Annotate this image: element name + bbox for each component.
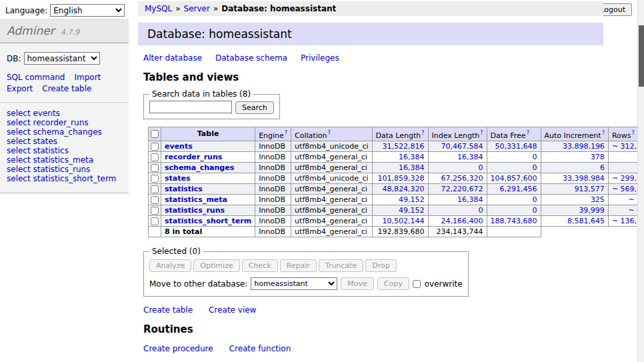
breadcrumb-link-mysql[interactable]: MySQL	[145, 4, 172, 13]
data-length-link[interactable]: 48,824,320	[383, 185, 425, 193]
data-free-link[interactable]: 6,291,456	[500, 185, 537, 193]
copy-button[interactable]: Copy	[377, 277, 409, 290]
sidebar-action-export[interactable]: Export	[7, 84, 33, 93]
help-icon[interactable]: ?	[480, 130, 483, 136]
sidebar-item-select-statistics-meta[interactable]: select statistics_meta	[7, 155, 122, 165]
table-link-statistics[interactable]: statistics	[165, 185, 203, 193]
sidebar-action-create-table[interactable]: Create table	[42, 84, 91, 93]
data-free-link[interactable]: 188,743,680	[491, 217, 537, 225]
check-button[interactable]: Check	[242, 259, 278, 272]
analyze-button[interactable]: Analyze	[149, 259, 191, 272]
auto-increment-link[interactable]: 8,581,645	[567, 217, 605, 225]
auto-increment-link[interactable]: 39,999	[579, 206, 605, 215]
table-link-events[interactable]: events	[165, 142, 193, 151]
help-icon[interactable]: ?	[327, 130, 330, 136]
link-privileges[interactable]: Privileges	[301, 53, 339, 63]
sidebar-item-select-events[interactable]: select events	[7, 109, 122, 118]
index-length-link[interactable]: 24,166,400	[441, 217, 483, 225]
auto-increment-link[interactable]: 378	[591, 153, 605, 161]
optimize-button[interactable]: Optimize	[193, 259, 239, 272]
sidebar-action-sql-command[interactable]: SQL command	[7, 73, 65, 82]
select-all-checkbox[interactable]	[151, 130, 159, 138]
data-free-link[interactable]: 104,857,600	[491, 174, 537, 183]
row-checkbox[interactable]	[151, 164, 159, 172]
index-length-link[interactable]: 0	[479, 206, 483, 215]
link-alter-database[interactable]: Alter database	[143, 53, 202, 63]
table-link-statistics-short-term[interactable]: statistics_short_term	[165, 217, 251, 225]
sidebar-item-select-statistics-runs[interactable]: select statistics_runs	[7, 165, 122, 174]
sidebar-item-select-statistics-short-term[interactable]: select statistics_short_term	[7, 174, 122, 183]
scrollbar-thumb[interactable]	[639, 25, 644, 87]
data-free-link[interactable]: 0	[533, 195, 537, 204]
breadcrumb-link-server[interactable]: Server	[184, 4, 210, 13]
table-footer-links: Create tableCreate view	[143, 305, 603, 315]
data-length-link[interactable]: 49,152	[399, 206, 425, 215]
data-length-link[interactable]: 49,152	[399, 195, 425, 204]
row-checkbox[interactable]	[151, 175, 159, 183]
search-button[interactable]: Search	[235, 101, 274, 114]
data-free-link[interactable]: 0	[533, 163, 537, 172]
move-db-select[interactable]: homeassistant	[251, 277, 337, 290]
help-icon[interactable]: ?	[421, 130, 424, 136]
table-link-statistics-runs[interactable]: statistics_runs	[165, 206, 225, 215]
sidebar-item-select-recorder-runs[interactable]: select recorder_runs	[7, 118, 122, 127]
index-length-link[interactable]: 70,467,584	[441, 142, 483, 151]
data-free-link[interactable]: 50,331,648	[495, 142, 537, 151]
index-length-link[interactable]: 67,256,320	[441, 174, 483, 183]
row-checkbox[interactable]	[151, 143, 159, 151]
language-select[interactable]: English	[50, 4, 125, 17]
db-select[interactable]: homeassistant	[24, 52, 100, 65]
sidebar-item-select-states[interactable]: select states	[7, 137, 122, 146]
row-checkbox[interactable]	[151, 217, 159, 225]
data-length-link[interactable]: 16,384	[399, 153, 425, 161]
index-length-link[interactable]: 0	[479, 163, 483, 172]
sidebar-item-select-schema-changes[interactable]: select schema_changes	[7, 127, 122, 137]
auto-increment-link[interactable]: 6	[600, 163, 605, 172]
auto-increment-link[interactable]: 913,577	[574, 185, 605, 193]
sidebar-item-select-statistics[interactable]: select statistics	[7, 146, 122, 155]
table-link-recorder-runs[interactable]: recorder_runs	[165, 153, 222, 161]
row-checkbox[interactable]	[151, 196, 159, 204]
auto-increment-link[interactable]: 33,898,196	[563, 142, 605, 151]
help-icon[interactable]: ?	[602, 130, 605, 136]
link-create-view[interactable]: Create view	[209, 305, 256, 315]
overwrite-checkbox[interactable]	[413, 280, 421, 288]
row-checkbox[interactable]	[151, 185, 159, 193]
data-free-link[interactable]: 0	[533, 153, 537, 161]
repair-button[interactable]: Repair	[280, 259, 317, 272]
drop-button[interactable]: Drop	[365, 259, 396, 272]
search-fieldset: Search data in tables (8) Search	[143, 89, 280, 119]
engine-cell: InnoDB	[255, 163, 291, 173]
link-database-schema[interactable]: Database schema	[215, 53, 287, 63]
help-icon[interactable]: ?	[527, 130, 529, 136]
table-link-statistics-meta[interactable]: statistics_meta	[165, 195, 227, 204]
table-row: statistics_runsInnoDButf8mb4_general_ci4…	[149, 205, 644, 216]
data-length-link[interactable]: 101,859,328	[378, 174, 425, 183]
sidebar-action-import[interactable]: Import	[74, 73, 101, 82]
auto-increment-link[interactable]: 33,398,984	[563, 174, 605, 183]
link-create-table[interactable]: Create table	[143, 305, 193, 315]
auto-increment-link[interactable]: 325	[591, 195, 605, 204]
row-checkbox[interactable]	[151, 153, 159, 161]
index-length-link[interactable]: 16,384	[457, 153, 483, 161]
help-icon[interactable]: ?	[285, 130, 287, 136]
table-header-row: TableEngine?Collation?Data Length?Index …	[149, 127, 644, 141]
table-link-schema-changes[interactable]: schema_changes	[165, 163, 234, 172]
search-input[interactable]	[149, 101, 232, 113]
move-button[interactable]: Move	[341, 277, 374, 290]
app-version: 4.7.9	[61, 28, 79, 37]
data-length-link[interactable]: 16,384	[399, 163, 425, 172]
collation-cell: utf8mb4_general_ci	[291, 195, 372, 205]
help-icon[interactable]: ?	[631, 130, 634, 136]
link-create-procedure[interactable]: Create procedure	[143, 344, 213, 353]
data-length-link[interactable]: 10,502,144	[383, 217, 425, 225]
index-length-link[interactable]: 16,384	[457, 195, 483, 204]
index-length-link[interactable]: 72,220,672	[441, 185, 483, 193]
data-length-link[interactable]: 31,522,816	[383, 142, 425, 151]
data-free-link[interactable]: 0	[533, 206, 537, 215]
row-checkbox[interactable]	[151, 207, 159, 215]
link-create-function[interactable]: Create function	[229, 344, 291, 353]
truncate-button[interactable]: Truncate	[319, 259, 363, 272]
table-link-states[interactable]: states	[165, 174, 191, 183]
scrollbar[interactable]	[637, 0, 644, 362]
